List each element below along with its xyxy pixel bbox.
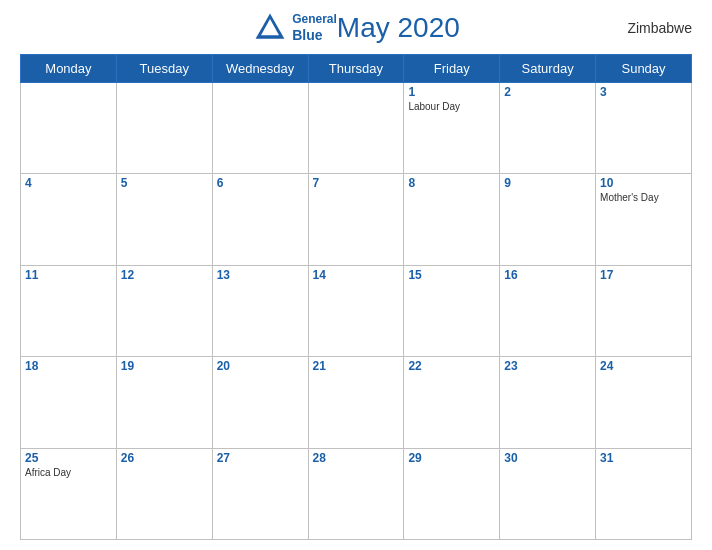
calendar-day-cell: 11 <box>21 265 117 356</box>
calendar-day-cell: 9 <box>500 174 596 265</box>
calendar-day-cell: 4 <box>21 174 117 265</box>
calendar-day-cell: 10Mother's Day <box>596 174 692 265</box>
day-number: 31 <box>600 451 687 465</box>
calendar-header: General Blue May 2020 Zimbabwe <box>20 10 692 46</box>
logo-blue: Blue <box>292 27 337 44</box>
day-number: 14 <box>313 268 400 282</box>
calendar-day-cell: 17 <box>596 265 692 356</box>
day-number: 15 <box>408 268 495 282</box>
day-number: 5 <box>121 176 208 190</box>
calendar-day-cell: 31 <box>596 448 692 539</box>
calendar-week-row: 18192021222324 <box>21 357 692 448</box>
generalblue-logo-icon <box>252 10 288 46</box>
calendar-day-cell <box>21 83 117 174</box>
calendar-day-cell: 20 <box>212 357 308 448</box>
calendar-day-cell: 16 <box>500 265 596 356</box>
calendar-day-cell: 24 <box>596 357 692 448</box>
day-number: 18 <box>25 359 112 373</box>
calendar-day-cell <box>308 83 404 174</box>
calendar-week-row: 45678910Mother's Day <box>21 174 692 265</box>
calendar-day-cell: 13 <box>212 265 308 356</box>
calendar-day-cell: 21 <box>308 357 404 448</box>
calendar-body: 1Labour Day2345678910Mother's Day1112131… <box>21 83 692 540</box>
day-number: 28 <box>313 451 400 465</box>
calendar-table: Monday Tuesday Wednesday Thursday Friday… <box>20 54 692 540</box>
day-number: 2 <box>504 85 591 99</box>
weekday-friday: Friday <box>404 55 500 83</box>
day-number: 29 <box>408 451 495 465</box>
calendar-day-cell: 26 <box>116 448 212 539</box>
day-number: 21 <box>313 359 400 373</box>
weekday-sunday: Sunday <box>596 55 692 83</box>
calendar-day-cell: 5 <box>116 174 212 265</box>
day-number: 11 <box>25 268 112 282</box>
calendar-day-cell: 7 <box>308 174 404 265</box>
day-event: Mother's Day <box>600 192 687 203</box>
calendar-weekdays: Monday Tuesday Wednesday Thursday Friday… <box>21 55 692 83</box>
day-number: 26 <box>121 451 208 465</box>
day-event: Africa Day <box>25 467 112 478</box>
day-number: 6 <box>217 176 304 190</box>
calendar-day-cell: 18 <box>21 357 117 448</box>
day-number: 3 <box>600 85 687 99</box>
calendar-day-cell: 2 <box>500 83 596 174</box>
calendar-day-cell: 25Africa Day <box>21 448 117 539</box>
weekday-monday: Monday <box>21 55 117 83</box>
calendar-day-cell: 19 <box>116 357 212 448</box>
calendar-week-row: 1Labour Day23 <box>21 83 692 174</box>
day-number: 16 <box>504 268 591 282</box>
weekday-saturday: Saturday <box>500 55 596 83</box>
day-number: 10 <box>600 176 687 190</box>
day-number: 19 <box>121 359 208 373</box>
calendar-day-cell: 14 <box>308 265 404 356</box>
day-number: 13 <box>217 268 304 282</box>
day-number: 7 <box>313 176 400 190</box>
calendar-title: May 2020 <box>337 12 460 44</box>
calendar-day-cell <box>116 83 212 174</box>
calendar-day-cell: 15 <box>404 265 500 356</box>
day-number: 8 <box>408 176 495 190</box>
day-number: 30 <box>504 451 591 465</box>
weekday-wednesday: Wednesday <box>212 55 308 83</box>
weekday-row: Monday Tuesday Wednesday Thursday Friday… <box>21 55 692 83</box>
calendar-day-cell <box>212 83 308 174</box>
weekday-tuesday: Tuesday <box>116 55 212 83</box>
calendar-day-cell: 3 <box>596 83 692 174</box>
calendar-day-cell: 8 <box>404 174 500 265</box>
calendar-day-cell: 27 <box>212 448 308 539</box>
calendar-week-row: 11121314151617 <box>21 265 692 356</box>
calendar-day-cell: 30 <box>500 448 596 539</box>
calendar-day-cell: 29 <box>404 448 500 539</box>
calendar-day-cell: 1Labour Day <box>404 83 500 174</box>
day-number: 9 <box>504 176 591 190</box>
day-number: 20 <box>217 359 304 373</box>
day-event: Labour Day <box>408 101 495 112</box>
day-number: 27 <box>217 451 304 465</box>
day-number: 12 <box>121 268 208 282</box>
day-number: 17 <box>600 268 687 282</box>
calendar-day-cell: 22 <box>404 357 500 448</box>
country-label: Zimbabwe <box>627 20 692 36</box>
calendar-day-cell: 23 <box>500 357 596 448</box>
calendar-day-cell: 12 <box>116 265 212 356</box>
day-number: 24 <box>600 359 687 373</box>
day-number: 4 <box>25 176 112 190</box>
weekday-thursday: Thursday <box>308 55 404 83</box>
calendar-week-row: 25Africa Day262728293031 <box>21 448 692 539</box>
day-number: 23 <box>504 359 591 373</box>
day-number: 22 <box>408 359 495 373</box>
logo-general: General <box>292 12 337 26</box>
day-number: 25 <box>25 451 112 465</box>
calendar-day-cell: 6 <box>212 174 308 265</box>
day-number: 1 <box>408 85 495 99</box>
logo: General Blue <box>252 10 337 46</box>
calendar-day-cell: 28 <box>308 448 404 539</box>
